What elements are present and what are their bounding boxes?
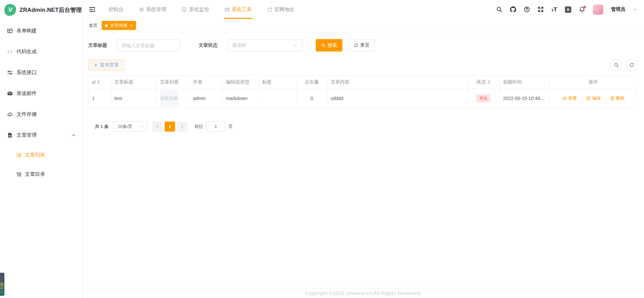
grid-icon [7, 28, 13, 34]
column-label: 点击量 [305, 79, 319, 85]
goto-page-input[interactable] [206, 121, 225, 132]
reset-button[interactable]: 重置 [348, 39, 375, 52]
notifications-button[interactable] [579, 6, 585, 12]
nav-item-system-tools[interactable]: 系统工具 [225, 0, 252, 19]
column-header-author: 作者 [190, 76, 223, 89]
edit-label: 编辑 [592, 95, 601, 101]
search-icon [321, 43, 326, 47]
document-icon [7, 132, 13, 138]
page-unit-label: 页 [228, 124, 233, 130]
publish-article-button[interactable]: 发布文章 [88, 60, 124, 71]
sort-caret-icon[interactable] [488, 80, 490, 84]
refresh-table-button[interactable] [626, 59, 637, 71]
sidebar-item-label: 文章管理 [16, 132, 37, 138]
cell-tags [259, 89, 297, 108]
pagination: 共 1 条 20条/页 1 前往 页 [95, 121, 638, 132]
sidebar-item-label: 代码生成 [16, 48, 37, 55]
search-button[interactable]: 搜索 [316, 39, 342, 52]
tree-list-icon [16, 172, 22, 177]
gear-icon [139, 7, 144, 12]
cell-cover: 加载失败 [157, 89, 190, 108]
sidebar-item-send-mail[interactable]: 发送邮件 [0, 83, 82, 104]
nav-item-system-monitor[interactable]: 系统监控 [182, 0, 209, 19]
font-size-icon-large: T [554, 7, 557, 12]
column-header-cover: 文章封面 [157, 76, 190, 89]
column-label: 文章封面 [160, 79, 179, 85]
app-logo-row[interactable]: V ZRAdmin.NET后台管理 [0, 0, 82, 20]
cell-id: 1 [89, 89, 111, 108]
next-page-button[interactable] [177, 122, 188, 132]
sidebar-item-label: 表单构建 [16, 28, 37, 34]
sidebar-item-code-gen[interactable]: 代码生成 [0, 41, 82, 62]
chevron-right-icon [180, 125, 184, 129]
performance-meter-widget[interactable] [0, 273, 4, 296]
sidebar-item-form-builder[interactable]: 表单构建 [0, 20, 82, 41]
close-icon[interactable]: × [130, 23, 133, 28]
language-switch-button[interactable]: A [565, 6, 571, 13]
font-size-button[interactable]: TT [551, 7, 557, 12]
user-menu-button[interactable] [633, 7, 637, 12]
show-search-toggle-button[interactable] [610, 59, 622, 71]
logo-letter: V [8, 6, 12, 13]
pagination-total: 共 1 条 [95, 124, 108, 130]
article-title-label: 文章标题 [88, 42, 107, 48]
list-icon [16, 153, 22, 158]
column-header-editor-type: 编辑器类型 [223, 76, 259, 89]
select-placeholder: 请选择 [232, 42, 246, 48]
nav-label: 系统管理 [146, 6, 166, 13]
column-label: id [92, 79, 96, 85]
user-name[interactable]: 管理员 [611, 6, 625, 12]
top-nav: 控制台 系统管理 系统监控 系统工具 官网地址 [108, 0, 295, 19]
question-circle-icon [524, 6, 530, 12]
translate-icon: A [567, 7, 570, 11]
table-header-row: id 文章标题 文章封面 作者 编辑器类型 标签 点击量 文章内容 状态 创建时… [89, 76, 637, 89]
user-avatar[interactable] [593, 4, 603, 15]
delete-button[interactable]: 删除 [610, 95, 625, 101]
article-status-select[interactable]: 请选择 [228, 39, 302, 52]
column-header-id[interactable]: id [89, 76, 111, 89]
page-size-value: 20条/页 [117, 124, 132, 130]
view-button[interactable]: 查看 [562, 95, 577, 101]
tab-home[interactable]: 首页 [89, 23, 98, 29]
current-page-button[interactable]: 1 [165, 122, 175, 132]
article-title-input[interactable] [117, 39, 180, 52]
sidebar-item-label: 发送邮件 [16, 90, 37, 97]
column-header-actions: 操作 [550, 76, 637, 89]
edit-button[interactable]: 编辑 [586, 95, 601, 101]
app-title: ZRAdmin.NET后台管理 [20, 6, 82, 14]
collapse-menu-icon [89, 6, 96, 13]
mail-icon [7, 91, 13, 96]
page-content: 文章标题 文章状态 请选择 搜索 重置 [82, 32, 644, 288]
nav-label: 系统监控 [189, 6, 209, 13]
sidebar-item-article-catalog[interactable]: 文章目录 [0, 165, 82, 184]
column-label: 标签 [262, 79, 272, 85]
prev-page-button[interactable] [152, 122, 163, 132]
sidebar-item-system-api[interactable]: 系统接口 [0, 62, 82, 83]
sidebar-item-file-storage[interactable]: 文件存储 [0, 104, 82, 125]
header-actions: TT A 管理员 [496, 0, 644, 19]
page-size-select[interactable]: 20条/页 [113, 121, 147, 132]
help-button[interactable] [524, 6, 530, 12]
search-icon [496, 6, 502, 12]
chevron-up-icon [71, 133, 76, 137]
publish-button-label: 发布文章 [100, 62, 119, 68]
github-icon [510, 6, 516, 12]
header-search-button[interactable] [496, 6, 502, 12]
nav-item-system-management[interactable]: 系统管理 [139, 0, 166, 19]
column-header-status[interactable]: 状态 [468, 76, 500, 89]
plus-icon [94, 63, 98, 67]
tab-article-list[interactable]: 文章列表 × [102, 21, 136, 30]
sort-caret-icon[interactable] [97, 80, 100, 84]
fullscreen-button[interactable] [538, 6, 544, 12]
sliders-icon [7, 70, 13, 75]
nav-item-official-site[interactable]: 官网地址 [267, 0, 295, 19]
sidebar-item-article-management[interactable]: 文章管理 [0, 125, 82, 145]
chevron-down-icon [140, 125, 144, 129]
chevron-down-icon [294, 43, 298, 47]
nav-item-console[interactable]: 控制台 [108, 0, 124, 19]
sidebar-menu: 表单构建 代码生成 系统接口 发送邮件 文件存储 文章管理 [0, 20, 82, 184]
notification-badge [583, 6, 586, 8]
sidebar-collapse-button[interactable] [82, 0, 99, 19]
github-button[interactable] [510, 6, 516, 12]
sidebar-item-article-list[interactable]: 文章列表 [0, 145, 82, 165]
